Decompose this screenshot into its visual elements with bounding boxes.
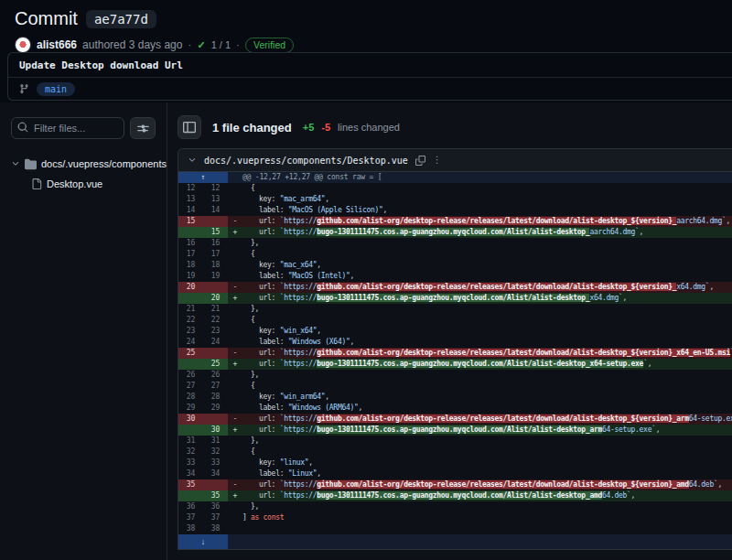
new-line-number[interactable]: 29 xyxy=(203,403,228,414)
old-line-number[interactable]: 38 xyxy=(178,523,203,534)
old-line-number[interactable]: 33 xyxy=(178,458,203,468)
old-line-number[interactable]: 20 xyxy=(178,282,203,293)
chevron-down-icon[interactable] xyxy=(188,156,197,165)
code-line: url: `https://github.com/alist-org/deskt… xyxy=(242,216,732,227)
new-line-number[interactable]: 15 xyxy=(203,227,228,238)
diff-row: 2626 }, xyxy=(178,370,732,381)
diff-marker xyxy=(228,512,242,523)
diff-marker: + xyxy=(228,425,242,436)
checks-status-icon[interactable]: ✓ xyxy=(197,39,205,51)
new-line-number[interactable]: 25 xyxy=(203,359,228,370)
folder-icon xyxy=(25,158,37,170)
old-line-number[interactable]: 26 xyxy=(178,370,203,381)
old-line-number[interactable]: 12 xyxy=(178,183,203,194)
code-segment: , xyxy=(726,217,730,225)
new-line-number[interactable]: 23 xyxy=(203,326,228,337)
branch-label[interactable]: main xyxy=(37,82,75,96)
new-line-number[interactable]: 20 xyxy=(203,293,228,304)
old-line-number[interactable]: 24 xyxy=(178,337,203,348)
file-path[interactable]: docs/.vuepress/components/Desktop.vue xyxy=(204,156,408,166)
code-segment: 64-setup.exe` xyxy=(602,425,656,434)
new-line-number[interactable]: 34 xyxy=(203,468,228,479)
commit-message-row: Update Desktop download Url xyxy=(8,53,732,78)
old-line-number[interactable]: 32 xyxy=(178,447,203,458)
new-line-number[interactable] xyxy=(203,216,228,227)
new-line-number[interactable]: 32 xyxy=(203,447,228,458)
old-line-number[interactable]: 36 xyxy=(178,501,203,512)
old-line-number[interactable]: 27 xyxy=(178,381,203,392)
old-line-number[interactable]: 34 xyxy=(178,468,203,479)
new-line-number[interactable]: 36 xyxy=(203,501,228,512)
new-line-number[interactable]: 18 xyxy=(203,260,228,271)
new-line-number[interactable] xyxy=(203,282,228,293)
avatar[interactable] xyxy=(15,37,31,53)
word-diff-highlight: bugo-1301111475.cos.ap-guangzhou.myqclou… xyxy=(317,491,602,500)
new-line-number[interactable]: 22 xyxy=(203,315,228,326)
new-line-number[interactable]: 26 xyxy=(203,370,228,381)
old-line-number[interactable]: 21 xyxy=(178,304,203,315)
collapse-file-tree-button[interactable] xyxy=(178,115,201,139)
old-line-number[interactable]: 18 xyxy=(178,260,203,271)
new-line-number[interactable] xyxy=(203,479,228,490)
tree-folder-row[interactable]: docs/.vuepress/components xyxy=(11,154,156,174)
copy-path-button[interactable] xyxy=(415,156,425,166)
old-line-number[interactable] xyxy=(178,425,203,436)
code-segment: `https:// xyxy=(280,283,318,291)
new-line-number[interactable]: 30 xyxy=(203,425,228,436)
diff-row: 2323 key: "win_x64", xyxy=(178,326,732,337)
expand-up-button[interactable]: ↑ xyxy=(178,172,228,183)
new-line-number[interactable]: 35 xyxy=(203,490,228,501)
code-segment: url: xyxy=(242,217,280,225)
old-line-number[interactable]: 13 xyxy=(178,194,203,205)
old-line-number[interactable] xyxy=(178,227,203,238)
file-options-kebab-button[interactable]: ⋮ xyxy=(433,156,442,165)
old-line-number[interactable]: 22 xyxy=(178,315,203,326)
new-line-number[interactable]: 12 xyxy=(203,183,228,194)
new-line-number[interactable]: 24 xyxy=(203,337,228,348)
new-line-number[interactable]: 27 xyxy=(203,381,228,392)
old-line-number[interactable] xyxy=(178,359,203,370)
author-name[interactable]: alist666 xyxy=(37,38,77,51)
new-line-number[interactable]: 21 xyxy=(203,304,228,315)
old-line-number[interactable] xyxy=(178,293,203,304)
old-line-number[interactable]: 15 xyxy=(178,216,203,227)
old-line-number[interactable]: 29 xyxy=(178,403,203,414)
new-line-number[interactable]: 37 xyxy=(203,512,228,523)
old-line-number[interactable]: 19 xyxy=(178,271,203,282)
old-line-number[interactable]: 35 xyxy=(178,479,203,490)
diff-marker xyxy=(228,392,242,403)
code-segment: { xyxy=(242,316,255,324)
checks-count[interactable]: 1 / 1 xyxy=(211,39,231,50)
new-line-number[interactable]: 31 xyxy=(203,436,228,447)
code-line xyxy=(242,523,732,534)
new-line-number[interactable]: 13 xyxy=(203,194,228,205)
old-line-number[interactable]: 25 xyxy=(178,348,203,359)
new-line-number[interactable] xyxy=(203,414,228,425)
new-line-number[interactable]: 19 xyxy=(203,271,228,282)
new-line-number[interactable]: 33 xyxy=(203,458,228,468)
verified-badge[interactable]: Verified xyxy=(245,38,294,53)
old-line-number[interactable]: 30 xyxy=(178,414,203,425)
code-segment: url: xyxy=(242,491,280,500)
sliders-icon xyxy=(137,123,149,135)
old-line-number[interactable] xyxy=(178,490,203,501)
new-line-number[interactable]: 14 xyxy=(203,205,228,216)
old-line-number[interactable]: 16 xyxy=(178,238,203,249)
additions-count: +5 xyxy=(303,122,315,133)
old-line-number[interactable]: 17 xyxy=(178,249,203,260)
old-line-number[interactable]: 31 xyxy=(178,436,203,447)
old-line-number[interactable]: 14 xyxy=(178,205,203,216)
new-line-number[interactable]: 16 xyxy=(203,238,228,249)
new-line-number[interactable]: 17 xyxy=(203,249,228,260)
expand-down-button[interactable]: ↓ xyxy=(178,534,228,549)
old-line-number[interactable]: 23 xyxy=(178,326,203,337)
filter-options-button[interactable] xyxy=(130,117,156,139)
tree-file-row[interactable]: Desktop.vue xyxy=(11,174,156,194)
new-line-number[interactable]: 38 xyxy=(203,523,228,534)
old-line-number[interactable]: 28 xyxy=(178,392,203,403)
new-line-number[interactable]: 28 xyxy=(203,392,228,403)
old-line-number[interactable]: 37 xyxy=(178,512,203,523)
new-line-number[interactable] xyxy=(203,348,228,359)
code-segment: 64.deb` xyxy=(602,491,631,500)
code-segment: key: xyxy=(242,195,280,203)
